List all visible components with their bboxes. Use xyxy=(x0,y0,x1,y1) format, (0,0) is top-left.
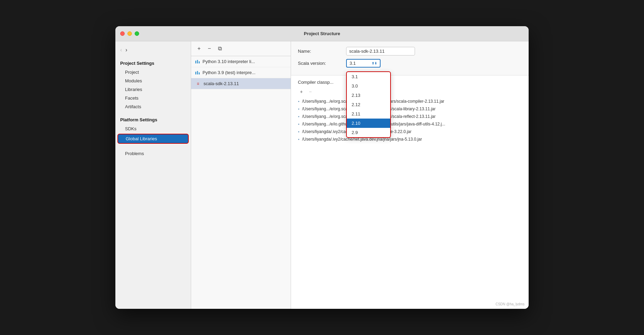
name-label: Name: xyxy=(298,49,346,54)
sidebar-item-modules[interactable]: Modules xyxy=(115,77,191,85)
dropdown-option-3-1[interactable]: 3.1 xyxy=(347,72,390,81)
compiler-classpath-label: Compiler classp... xyxy=(298,80,522,85)
sidebar-item-problems[interactable]: Problems xyxy=(115,149,191,158)
list-item-label: Python 3.9 (test) interpre... xyxy=(202,70,256,75)
classpath-toolbar: + − xyxy=(298,88,522,95)
list-item[interactable]: Python 3.10 interpreter li... xyxy=(191,56,291,67)
folder-icon: ▪ xyxy=(298,106,299,111)
sidebar: ‹ › Project Settings Project Modules Lib… xyxy=(115,41,191,309)
sidebar-item-project[interactable]: Project xyxy=(115,68,191,77)
minimize-button[interactable] xyxy=(127,31,132,36)
list-item[interactable]: ≡ scala-sdk-2.13.11 xyxy=(191,78,291,89)
content-body: Compiler classp... + − ▪ /Users/liyang..… xyxy=(291,75,529,309)
folder-icon: ▪ xyxy=(298,137,299,142)
dropdown-selected-value: 3.1 xyxy=(350,61,356,66)
close-button[interactable] xyxy=(120,31,125,36)
name-input[interactable]: scala-sdk-2.13.11 xyxy=(346,47,415,55)
classpath-item: ▪ /Users/liyangda/.ivy2/cache/net.java.d… xyxy=(298,136,522,143)
platform-settings-title: Platform Settings xyxy=(115,114,191,124)
classpath-item: ▪ /Users/liyang.../e/org.scala-lang/scal… xyxy=(298,98,522,105)
title-bar: Project Structure xyxy=(115,26,529,41)
maximize-button[interactable] xyxy=(135,31,139,36)
content-panel: Name: scala-sdk-2.13.11 Scala version: 3… xyxy=(291,41,529,309)
scala-icon: ≡ xyxy=(195,81,201,86)
folder-icon: ▪ xyxy=(298,122,299,126)
library-list: Python 3.10 interpreter li... Python 3.9… xyxy=(191,56,291,309)
add-classpath-button[interactable]: + xyxy=(298,88,305,95)
folder-icon: ▪ xyxy=(298,129,299,134)
classpath-list: ▪ /Users/liyang.../e/org.scala-lang/scal… xyxy=(298,98,522,143)
scala-version-label: Scala version: xyxy=(298,61,346,66)
dropdown-option-2-9[interactable]: 2.9 xyxy=(347,128,390,137)
main-layout: ‹ › Project Settings Project Modules Lib… xyxy=(115,41,529,309)
sidebar-item-global-libraries[interactable]: Global Libraries xyxy=(117,134,189,144)
list-item[interactable]: Python 3.9 (test) interpre... xyxy=(191,67,291,78)
bar-chart-icon xyxy=(195,71,200,74)
folder-icon: ▪ xyxy=(298,99,299,104)
scala-version-popup: 3.1 3.0 2.13 2.12 2.11 2.10 2.9 xyxy=(346,71,391,138)
classpath-item: ▪ /Users/liyang.../e/org.scala-lang/scal… xyxy=(298,105,522,112)
list-item-label: scala-sdk-2.13.11 xyxy=(204,81,239,86)
window-title: Project Structure xyxy=(304,31,340,36)
add-library-button[interactable]: + xyxy=(195,45,203,52)
classpath-item: ▪ /Users/liyangda/.ivy2/cache/org.jline/… xyxy=(298,128,522,135)
scala-version-field-row: Scala version: 3.1 ⬆⬇ 3.1 3.0 2.13 2.12 … xyxy=(298,59,522,68)
content-header: Name: scala-sdk-2.13.11 Scala version: 3… xyxy=(291,41,529,75)
classpath-item: ▪ /Users/liyang.../e/org.scala-lang/scal… xyxy=(298,113,522,120)
sidebar-item-artifacts[interactable]: Artifacts xyxy=(115,102,191,111)
forward-arrow[interactable]: › xyxy=(125,47,127,53)
dropdown-option-3-0[interactable]: 3.0 xyxy=(347,81,390,91)
copy-library-button[interactable]: ⧉ xyxy=(216,45,224,52)
sidebar-item-sdks[interactable]: SDKs xyxy=(115,124,191,133)
scala-version-dropdown[interactable]: 3.1 ⬆⬇ xyxy=(346,59,381,68)
folder-icon: ▪ xyxy=(298,114,299,119)
traffic-lights xyxy=(120,31,139,36)
remove-classpath-button[interactable]: − xyxy=(307,88,314,95)
middle-panel: + − ⧉ Python 3.10 interpreter li... xyxy=(191,41,291,309)
project-settings-title: Project Settings xyxy=(115,58,191,68)
dropdown-option-2-12[interactable]: 2.12 xyxy=(347,100,390,109)
dropdown-option-2-10[interactable]: 2.10 xyxy=(347,119,390,128)
dropdown-option-2-11[interactable]: 2.11 xyxy=(347,109,390,119)
sidebar-item-facets[interactable]: Facets xyxy=(115,94,191,102)
middle-toolbar: + − ⧉ xyxy=(191,41,291,56)
dropdown-option-2-13[interactable]: 2.13 xyxy=(347,91,390,100)
bar-chart-icon xyxy=(195,60,200,63)
classpath-item: ▪ /Users/liyang.../e/io.github.java-diff… xyxy=(298,121,522,128)
remove-library-button[interactable]: − xyxy=(206,45,213,52)
name-field-row: Name: scala-sdk-2.13.11 xyxy=(298,47,522,55)
watermark: CSDN @ha_lydms xyxy=(496,302,524,306)
nav-arrows: ‹ › xyxy=(115,45,191,58)
back-arrow[interactable]: ‹ xyxy=(120,47,122,53)
main-window: Project Structure ‹ › Project Settings P… xyxy=(115,26,529,309)
list-item-label: Python 3.10 interpreter li... xyxy=(202,59,255,64)
dropdown-arrow-icon: ⬆⬇ xyxy=(372,61,377,65)
sidebar-item-libraries[interactable]: Libraries xyxy=(115,85,191,94)
